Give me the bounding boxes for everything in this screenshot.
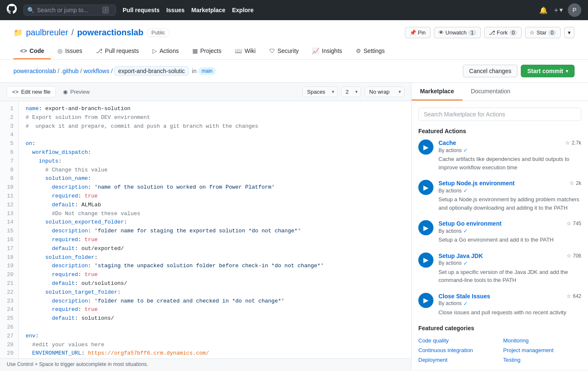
star-button[interactable]: ☆ Star 0 — [525, 27, 561, 38]
action-details: Setup Node.js environment ☆ 2k By action… — [438, 180, 581, 212]
category-deployment[interactable]: Deployment — [418, 356, 496, 364]
avatar[interactable]: P — [568, 3, 581, 17]
tab-preview[interactable]: ◉ Preview — [58, 86, 95, 97]
indent-select[interactable]: 2 4 — [341, 87, 361, 97]
issues-icon: ◎ — [58, 47, 63, 54]
tab-documentation[interactable]: Documentation — [462, 83, 519, 100]
verified-icon: ✓ — [463, 260, 468, 266]
title-separator: / — [71, 28, 74, 37]
code-content[interactable]: name: export-and-branch-solution# Export… — [19, 101, 411, 358]
play-icon: ▶ — [423, 143, 428, 151]
code-icon: <> — [20, 47, 27, 54]
editor-header: poweractionslab / .github / workflows / … — [0, 60, 588, 83]
marketplace-search[interactable] — [418, 108, 581, 121]
action-icon: ▶ — [418, 139, 433, 155]
tab-actions[interactable]: ▷ Actions — [146, 43, 186, 59]
action-name[interactable]: Close Stale Issues — [438, 293, 490, 300]
search-box[interactable]: 🔍 / — [24, 5, 116, 16]
category-project-management[interactable]: Project management — [503, 346, 581, 354]
breadcrumb-sep2: / — [80, 68, 82, 74]
featured-actions-title: Featured Actions — [418, 128, 581, 134]
action-item: ▶ Cache ☆ 2.7k By actions ✓ Cache artifa… — [418, 139, 581, 171]
pr-icon: ⎇ — [96, 47, 102, 54]
action-description: Close issues and pull requests with no r… — [438, 308, 581, 317]
verified-icon: ✓ — [463, 228, 468, 234]
tab-pull-requests[interactable]: ⎇ Pull requests — [89, 43, 146, 59]
action-details: Cache ☆ 2.7k By actions ✓ Cache artifact… — [438, 139, 581, 171]
repo-owner-link[interactable]: paulbreuler — [26, 28, 68, 37]
unwatch-button[interactable]: 👁 Unwatch 1 — [434, 27, 481, 38]
action-name[interactable]: Setup Go environment — [438, 220, 501, 227]
wrap-select[interactable]: No wrap Soft wrap — [365, 87, 404, 97]
category-monitoring[interactable]: Monitoring — [503, 337, 581, 345]
marketplace-link[interactable]: Marketplace — [192, 7, 226, 13]
breadcrumb-sep3: / — [111, 68, 113, 74]
code-editor[interactable]: 1234567891011121314151617181920212223242… — [0, 101, 411, 358]
star-icon-small: ☆ — [567, 293, 571, 299]
tab-settings[interactable]: ⚙ Settings — [349, 43, 392, 59]
tab-projects[interactable]: ▦ Projects — [186, 43, 228, 59]
line-numbers: 1234567891011121314151617181920212223242… — [0, 101, 19, 358]
category-continuous-integration[interactable]: Continuous integration — [418, 346, 496, 354]
add-icon[interactable]: ＋▾ — [553, 6, 563, 15]
notifications-icon[interactable]: 🔔 — [539, 6, 548, 14]
start-commit-dropdown-arrow: ▾ — [566, 68, 568, 74]
tab-marketplace[interactable]: Marketplace — [412, 83, 462, 100]
actions-icon: ▷ — [152, 47, 157, 54]
issues-link[interactable]: Issues — [166, 7, 185, 13]
spaces-select[interactable]: Spaces Tabs — [302, 87, 338, 97]
editor-footer: Use Control + Space to trigger autocompl… — [0, 358, 411, 370]
breadcrumb-owner[interactable]: poweractionslab — [13, 68, 56, 74]
breadcrumb-filename[interactable]: export-and-branch-solutic — [114, 66, 189, 76]
action-item: ▶ Close Stale Issues ☆ 642 By actions ✓ … — [418, 293, 581, 317]
star-icon-small: ☆ — [570, 180, 574, 186]
cancel-changes-button[interactable]: Cancel changes — [463, 65, 517, 77]
breadcrumb: poweractionslab / .github / workflows / … — [13, 66, 189, 76]
tab-edit-new-file[interactable]: <> Edit new file — [7, 86, 56, 97]
category-testing[interactable]: Testing — [503, 356, 581, 364]
category-code-quality[interactable]: Code quality — [418, 337, 496, 345]
tab-issues[interactable]: ◎ Issues — [51, 43, 89, 59]
featured-categories-title: Featured categories — [418, 325, 581, 332]
play-icon: ▶ — [423, 296, 428, 304]
eye-icon: 👁 — [438, 29, 444, 36]
preview-icon: ◉ — [63, 89, 68, 95]
pin-button[interactable]: 📌 Pin — [405, 27, 430, 38]
fork-button[interactable]: ⎇ Fork 0 — [484, 27, 522, 38]
branch-info: in main — [192, 67, 216, 75]
action-icon: ▶ — [418, 253, 433, 268]
breadcrumb-folder2[interactable]: workflows — [84, 68, 109, 74]
action-item: ▶ Setup Node.js environment ☆ 2k By acti… — [418, 180, 581, 212]
repo-dropdown-button[interactable]: ▾ — [564, 27, 575, 38]
action-by: By actions ✓ — [438, 300, 581, 307]
search-input[interactable] — [37, 7, 100, 13]
action-description: Cache artifacts like dependencies and bu… — [438, 155, 581, 171]
tab-security[interactable]: 🛡 Security — [262, 43, 306, 59]
star-icon-small: ☆ — [567, 221, 571, 226]
editor-tabs-bar: <> Edit new file ◉ Preview Spaces Tabs — [0, 83, 411, 101]
edit-icon: <> — [12, 89, 18, 95]
fork-icon: ⎇ — [489, 29, 495, 36]
search-icon: 🔍 — [27, 7, 34, 13]
verified-icon: ✓ — [463, 147, 468, 153]
start-commit-button[interactable]: Start commit ▾ — [521, 65, 575, 77]
tab-code[interactable]: <> Code — [13, 43, 51, 59]
insights-icon: 📈 — [312, 47, 319, 54]
action-name[interactable]: Setup Java JDK — [438, 253, 483, 259]
visibility-badge: Public — [147, 29, 170, 37]
breadcrumb-folder1[interactable]: .github — [61, 68, 79, 74]
tab-wiki[interactable]: 📖 Wiki — [228, 43, 262, 59]
repo-name-link[interactable]: poweractionslab — [77, 28, 144, 37]
tab-insights[interactable]: 📈 Insights — [305, 43, 349, 59]
action-by: By actions ✓ — [438, 147, 581, 153]
github-logo[interactable] — [7, 4, 17, 16]
play-icon: ▶ — [423, 256, 428, 264]
action-name[interactable]: Cache — [438, 139, 456, 146]
pull-requests-link[interactable]: Pull requests — [123, 7, 160, 13]
action-stars: ☆ 2k — [570, 180, 581, 186]
action-name[interactable]: Setup Node.js environment — [438, 180, 514, 187]
action-stars: ☆ 642 — [567, 293, 581, 299]
explore-link[interactable]: Explore — [232, 7, 253, 13]
marketplace-content: Featured Actions ▶ Cache ☆ 2.7k By actio… — [412, 101, 588, 370]
action-stars: ☆ 706 — [567, 253, 581, 259]
